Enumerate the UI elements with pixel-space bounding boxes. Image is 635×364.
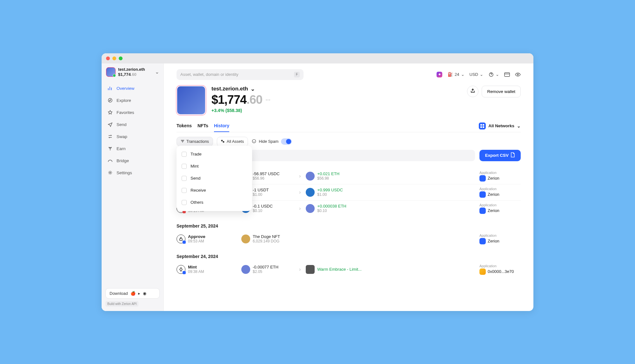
chain-badge — [183, 271, 186, 274]
gear-icon — [107, 170, 113, 175]
transaction-row[interactable]: Approve 09:53 AM The Doge NFT 6,029.149 … — [177, 231, 521, 247]
app-label: Application — [479, 203, 521, 207]
app-cell: Application Zerion — [479, 171, 521, 182]
chevron-down-icon: ⌄ — [155, 69, 159, 75]
eye-icon — [515, 72, 521, 77]
tab-nfts[interactable]: NFTs — [197, 120, 208, 132]
wallet-address: test.zerion.eth — [211, 86, 248, 92]
wallet-info: test.zerion.eth $1,774.60 — [118, 67, 152, 77]
transactions-filter-dropdown: Trade Mint Send Receive Others — [177, 146, 252, 211]
nav-swap[interactable]: Swap — [104, 131, 161, 142]
premium-button[interactable]: ✦ — [437, 72, 442, 77]
app-icon — [479, 268, 486, 275]
help-menu[interactable]: ⌄ — [488, 72, 499, 77]
token-icon — [241, 265, 250, 274]
asset-sub: 6,029.149 DOG — [253, 239, 335, 243]
build-api-link[interactable]: Build with Zerion API — [105, 301, 138, 307]
filter-icon — [181, 139, 184, 144]
header-text: test.zerion.eth ⌄ $1,774.60 ⋯ +3.4% ($58… — [211, 86, 271, 113]
swap-icon — [107, 134, 113, 139]
share-button[interactable] — [467, 86, 478, 97]
checkbox — [182, 176, 187, 181]
arrow-right-icon: › — [297, 189, 303, 195]
checkbox — [182, 200, 187, 205]
more-icon[interactable]: ⋯ — [265, 97, 271, 103]
to-amount-cell: +0.999 USDC $1.00 — [317, 188, 358, 197]
nav-label: Swap — [117, 134, 127, 139]
download-button[interactable]: Download 🍎 ▸ ◉ — [105, 288, 160, 299]
arrow-right-icon: › — [297, 206, 303, 211]
chevron-down-icon: ⌄ — [496, 72, 499, 77]
to-amount-cell: +0.000038 ETH $0.10 — [317, 204, 358, 213]
from-sub: $2.05 — [253, 269, 294, 274]
from-amount-cell: -0.1 USDC $0.10 — [253, 204, 294, 213]
header-actions: Remove wallet — [467, 86, 521, 97]
date-label: September 25, 2024 — [177, 221, 521, 231]
nav-label: Favorites — [117, 110, 134, 115]
tab-history[interactable]: History — [214, 120, 229, 132]
nav-bridge[interactable]: Bridge — [104, 155, 161, 166]
tab-tokens[interactable]: Tokens — [177, 120, 192, 132]
play-icon: ▸ — [138, 291, 140, 296]
currency-label: USD — [470, 72, 478, 77]
balance-change: +3.4% ($58.38) — [211, 108, 271, 113]
wallet-balance: $1,774.60 — [118, 72, 152, 77]
sidebar: test.zerion.eth $1,774.60 ⌄ Overview Exp… — [102, 63, 164, 311]
nft-thumbnail — [306, 265, 315, 274]
wallet-switcher[interactable]: test.zerion.eth $1,774.60 ⌄ — [102, 63, 164, 81]
nft-name-cell: Warm Embrace - Limit... — [317, 267, 368, 272]
tx-meta: Approve 09:53 AM — [188, 234, 239, 243]
checkbox — [182, 188, 187, 193]
filter-option-send[interactable]: Send — [177, 172, 252, 184]
filter-option-others[interactable]: Others — [177, 196, 252, 208]
currency-selector[interactable]: USD ⌄ — [470, 72, 483, 77]
hide-spam-toggle[interactable] — [281, 138, 292, 145]
watch-button[interactable] — [515, 72, 521, 77]
filter-option-receive[interactable]: Receive — [177, 184, 252, 196]
nav-favorites[interactable]: Favorites — [104, 107, 161, 118]
to-sub: $56.98 — [317, 176, 358, 181]
to-amount: +0.999 USDC — [317, 188, 358, 192]
nav-label: Send — [117, 122, 127, 127]
filter-option-mint[interactable]: Mint — [177, 160, 252, 172]
nav-earn[interactable]: Earn — [104, 143, 161, 154]
nav-label: Settings — [117, 170, 132, 175]
search-input[interactable]: Asset, wallet, domain or identity F — [177, 69, 304, 80]
app-name-row: Zerion — [479, 175, 521, 182]
gas-indicator[interactable]: ⛽ 24 ⌄ — [447, 72, 464, 77]
nav-explore[interactable]: Explore — [104, 95, 161, 106]
app-icon — [479, 238, 486, 244]
token-icon — [241, 235, 250, 243]
chevron-down-icon: ⌄ — [517, 123, 521, 129]
minimize-window[interactable] — [112, 56, 116, 60]
nav-send[interactable]: Send — [104, 119, 161, 130]
to-sub: $0.10 — [317, 208, 358, 213]
filter-option-trade[interactable]: Trade — [177, 148, 252, 160]
filter-transactions[interactable]: Transactions — [177, 137, 213, 146]
tabs: Tokens NFTs History All Networks ⌄ — [177, 120, 521, 132]
app-label: Application — [479, 234, 521, 237]
remove-wallet-button[interactable]: Remove wallet — [482, 86, 521, 97]
file-icon — [511, 152, 515, 158]
filter-all-assets[interactable]: All Assets — [217, 137, 248, 147]
nav-overview[interactable]: Overview — [104, 83, 161, 94]
nft-name: Warm Embrace - Limit... — [317, 267, 368, 272]
card-button[interactable] — [504, 72, 510, 77]
nav-settings[interactable]: Settings — [104, 167, 161, 178]
svg-rect-12 — [180, 239, 182, 241]
networks-selector[interactable]: All Networks ⌄ — [479, 122, 521, 129]
app-cell: Application Zerion — [479, 187, 521, 198]
close-window[interactable] — [106, 56, 110, 60]
main-content: Asset, wallet, domain or identity F ✦ ⛽ … — [164, 63, 533, 311]
export-csv-button[interactable]: Export CSV — [479, 150, 521, 161]
filters-row: Transactions All Assets Hide Spam Trade … — [177, 132, 521, 150]
app-name: Zerion — [488, 176, 499, 181]
app-name: 0x0000...3e70 — [488, 269, 514, 274]
svg-rect-6 — [483, 124, 484, 126]
app-label: Application — [479, 264, 521, 268]
maximize-window[interactable] — [119, 56, 123, 60]
transaction-row[interactable]: Mint 09:38 AM -0.00077 ETH $2.05 › Warm … — [177, 261, 521, 277]
app-name: Zerion — [488, 192, 499, 197]
from-amount: -56.957 USDC — [253, 171, 294, 176]
wallet-address-row[interactable]: test.zerion.eth ⌄ — [211, 86, 271, 92]
